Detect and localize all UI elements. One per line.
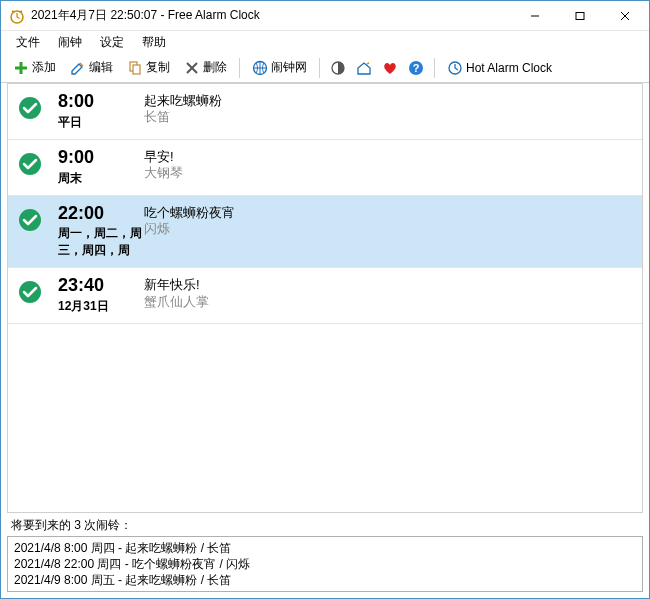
clock-icon (447, 60, 463, 76)
alarm-time-col: 9:00周末 (58, 148, 144, 187)
copy-label: 复制 (146, 59, 170, 76)
toolbar-separator (319, 58, 320, 78)
alarm-time-col: 23:4012月31日 (58, 276, 144, 315)
check-icon[interactable] (18, 208, 42, 232)
globe-icon (252, 60, 268, 76)
copy-button[interactable]: 复制 (121, 56, 176, 79)
window-title: 2021年4月7日 22:50:07 - Free Alarm Clock (31, 7, 512, 24)
alarm-time: 22:00 (58, 204, 144, 224)
menu-file[interactable]: 文件 (7, 32, 49, 53)
app-icon (9, 8, 25, 24)
hot-alarm-label: Hot Alarm Clock (466, 61, 552, 75)
delete-label: 删除 (203, 59, 227, 76)
alarm-title: 早安! (144, 149, 632, 165)
add-button[interactable]: 添加 (7, 56, 62, 79)
svg-rect-1 (576, 12, 584, 19)
home-icon[interactable] (352, 56, 376, 80)
alarm-desc-col: 早安!大钢琴 (144, 148, 632, 182)
plus-icon (13, 60, 29, 76)
check-icon[interactable] (18, 280, 42, 304)
alarm-row[interactable]: 8:00平日起来吃螺蛳粉长笛 (8, 84, 642, 140)
menu-settings[interactable]: 设定 (91, 32, 133, 53)
website-label: 闹钟网 (271, 59, 307, 76)
alarm-list[interactable]: 8:00平日起来吃螺蛳粉长笛9:00周末早安!大钢琴22:00周一，周二，周三，… (7, 83, 643, 513)
website-button[interactable]: 闹钟网 (246, 56, 313, 79)
add-label: 添加 (32, 59, 56, 76)
app-window: 2021年4月7日 22:50:07 - Free Alarm Clock 文件… (0, 0, 650, 599)
alarm-sound: 蟹爪仙人掌 (144, 294, 632, 310)
toolbar-separator (434, 58, 435, 78)
alarm-desc-col: 起来吃螺蛳粉长笛 (144, 92, 632, 126)
delete-button[interactable]: 删除 (178, 56, 233, 79)
hot-alarm-button[interactable]: Hot Alarm Clock (441, 57, 558, 79)
check-icon[interactable] (18, 152, 42, 176)
svg-point-10 (19, 153, 41, 175)
upcoming-item: 2021/4/8 22:00 周四 - 吃个螺蛳粉夜宵 / 闪烁 (14, 556, 636, 572)
edit-label: 编辑 (89, 59, 113, 76)
alarm-title: 新年快乐! (144, 277, 632, 293)
alarm-days: 平日 (58, 114, 144, 131)
alarm-sound: 闪烁 (144, 221, 632, 237)
check-icon[interactable] (18, 96, 42, 120)
contrast-icon[interactable] (326, 56, 350, 80)
upcoming-box: 2021/4/8 8:00 周四 - 起来吃螺蛳粉 / 长笛2021/4/8 2… (7, 536, 643, 592)
alarm-row[interactable]: 23:4012月31日新年快乐!蟹爪仙人掌 (8, 268, 642, 324)
close-button[interactable] (602, 2, 647, 30)
upcoming-item: 2021/4/9 8:00 周五 - 起来吃螺蛳粉 / 长笛 (14, 572, 636, 588)
help-icon[interactable]: ? (404, 56, 428, 80)
alarm-days: 12月31日 (58, 298, 144, 315)
alarm-sound: 大钢琴 (144, 165, 632, 181)
menu-help[interactable]: 帮助 (133, 32, 175, 53)
alarm-days: 周末 (58, 170, 144, 187)
edit-button[interactable]: 编辑 (64, 56, 119, 79)
svg-point-12 (19, 281, 41, 303)
alarm-days: 周一，周二，周三，周四，周 (58, 225, 144, 259)
alarm-time: 8:00 (58, 92, 144, 112)
toolbar: 添加 编辑 复制 删除 闹钟网 ? Hot Alarm Clock (1, 53, 649, 83)
pencil-icon (70, 60, 86, 76)
menubar: 文件 闹钟 设定 帮助 (1, 31, 649, 53)
svg-point-11 (19, 209, 41, 231)
alarm-time: 9:00 (58, 148, 144, 168)
window-controls (512, 2, 647, 30)
alarm-title: 起来吃螺蛳粉 (144, 93, 632, 109)
alarm-time-col: 22:00周一，周二，周三，周四，周 (58, 204, 144, 260)
alarm-row[interactable]: 22:00周一，周二，周三，周四，周吃个螺蛳粉夜宵闪烁 (8, 196, 642, 269)
alarm-row[interactable]: 9:00周末早安!大钢琴 (8, 140, 642, 196)
alarm-sound: 长笛 (144, 109, 632, 125)
toolbar-separator (239, 58, 240, 78)
delete-icon (184, 60, 200, 76)
upcoming-label: 将要到来的 3 次闹铃： (1, 513, 649, 536)
svg-point-9 (19, 97, 41, 119)
alarm-time: 23:40 (58, 276, 144, 296)
menu-alarm[interactable]: 闹钟 (49, 32, 91, 53)
alarm-desc-col: 吃个螺蛳粉夜宵闪烁 (144, 204, 632, 238)
alarm-desc-col: 新年快乐!蟹爪仙人掌 (144, 276, 632, 310)
maximize-button[interactable] (557, 2, 602, 30)
alarm-time-col: 8:00平日 (58, 92, 144, 131)
alarm-title: 吃个螺蛳粉夜宵 (144, 205, 632, 221)
svg-rect-3 (133, 65, 140, 74)
copy-icon (127, 60, 143, 76)
titlebar: 2021年4月7日 22:50:07 - Free Alarm Clock (1, 1, 649, 31)
minimize-button[interactable] (512, 2, 557, 30)
heart-icon[interactable] (378, 56, 402, 80)
svg-text:?: ? (413, 62, 420, 74)
upcoming-item: 2021/4/8 8:00 周四 - 起来吃螺蛳粉 / 长笛 (14, 540, 636, 556)
